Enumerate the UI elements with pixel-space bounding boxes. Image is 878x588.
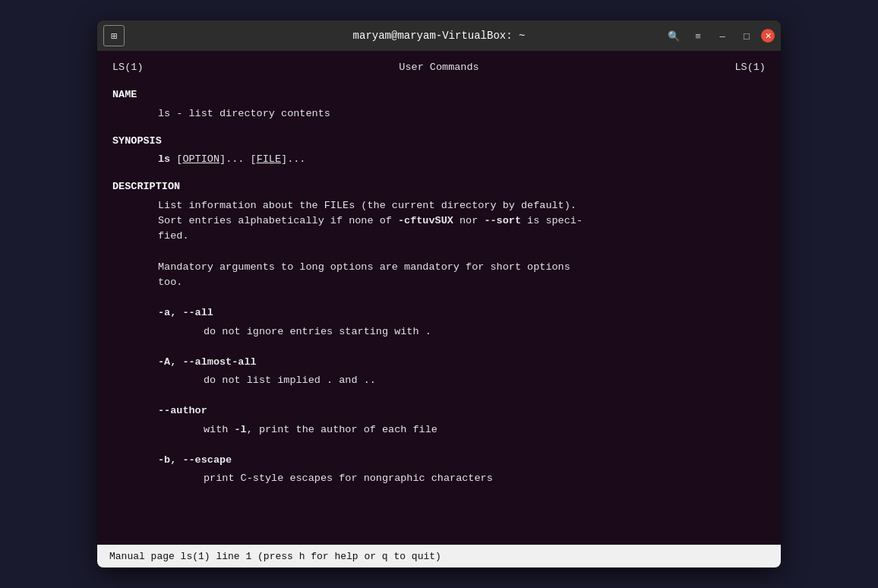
- terminal-window: ⊞ maryam@maryam-VirtualBox: ~ 🔍 ≡ – □ ✕ …: [97, 21, 781, 567]
- section-name: NAME ls - list directory contents: [112, 87, 766, 122]
- header-center: User Commands: [399, 60, 478, 75]
- synopsis-label: SYNOPSIS: [112, 134, 766, 149]
- menu-button[interactable]: ≡: [688, 26, 708, 46]
- name-label: NAME: [112, 87, 766, 103]
- restore-button[interactable]: □: [737, 26, 756, 46]
- desc-line-5: too.: [158, 275, 766, 290]
- option-author-label: --author: [158, 405, 207, 416]
- header-left: LS(1): [112, 60, 144, 75]
- option-a-block: -a, --all do not ignore entries starting…: [158, 305, 766, 340]
- desc-line-3: fied.: [158, 229, 766, 244]
- statusbar-text: Manual page ls(1) line 1 (press h for he…: [109, 551, 441, 562]
- titlebar-left: ⊞: [103, 25, 125, 46]
- header-right: LS(1): [734, 60, 766, 75]
- name-content: ls - list directory contents: [158, 106, 766, 122]
- option-a-label: -a, --all: [158, 307, 213, 318]
- search-button[interactable]: 🔍: [664, 26, 684, 46]
- terminal-body[interactable]: LS(1) User Commands LS(1) NAME ls - list…: [97, 51, 781, 545]
- option-b-flag: -b, --escape: [158, 453, 766, 468]
- window-title: maryam@maryam-VirtualBox: ~: [353, 30, 526, 42]
- option-b-desc: print C-style escapes for nongraphic cha…: [204, 471, 766, 486]
- description-body: List information about the FILEs (the cu…: [158, 198, 766, 487]
- option-A-flag: -A, --almost-all: [158, 355, 766, 370]
- option-author-flag: --author: [158, 403, 766, 419]
- desc-line-4: Mandatory arguments to long options are …: [158, 260, 766, 275]
- option-a-desc: do not ignore entries starting with .: [204, 324, 766, 340]
- option-author-block: --author with -l, print the author of ea…: [158, 403, 766, 438]
- desc-line-1: List information about the FILEs (the cu…: [158, 198, 766, 213]
- description-label: DESCRIPTION: [112, 179, 766, 194]
- synopsis-content: ls [OPTION]... [FILE]...: [158, 152, 766, 167]
- desc-line-2: Sort entries alphabetically if none of -…: [158, 213, 766, 229]
- option-author-desc: with -l, print the author of each file: [204, 422, 766, 438]
- minimize-button[interactable]: –: [712, 26, 732, 46]
- man-page-header: LS(1) User Commands LS(1): [112, 60, 766, 75]
- section-description: DESCRIPTION List information about the F…: [112, 179, 766, 486]
- titlebar: ⊞ maryam@maryam-VirtualBox: ~ 🔍 ≡ – □ ✕: [97, 21, 781, 51]
- statusbar: Manual page ls(1) line 1 (press h for he…: [97, 545, 781, 567]
- option-A-desc: do not list implied . and ..: [204, 373, 766, 388]
- option-A-label: -A, --almost-all: [158, 356, 257, 368]
- option-b-label: -b, --escape: [158, 454, 232, 466]
- section-synopsis: SYNOPSIS ls [OPTION]... [FILE]...: [112, 134, 766, 168]
- titlebar-controls: 🔍 ≡ – □ ✕: [664, 26, 775, 46]
- option-a-flag: -a, --all: [158, 305, 766, 321]
- close-button[interactable]: ✕: [761, 29, 775, 43]
- synopsis-ls: ls: [158, 153, 170, 165]
- option-A-block: -A, --almost-all do not list implied . a…: [158, 355, 766, 389]
- option-b-block: -b, --escape print C-style escapes for n…: [158, 453, 766, 487]
- terminal-icon: ⊞: [103, 25, 125, 46]
